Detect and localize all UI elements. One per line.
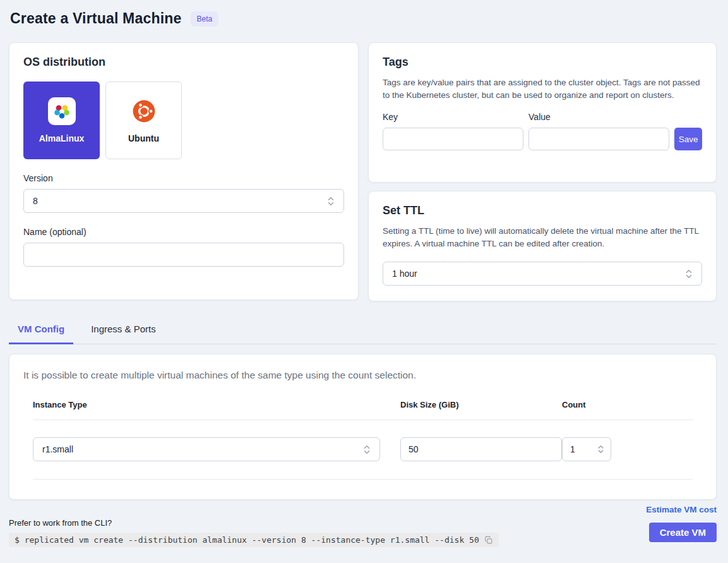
os-options: AlmaLinux Ubuntu [23, 82, 344, 159]
cli-command-text: $ replicated vm create --distribution al… [15, 535, 479, 545]
instance-type-select[interactable]: r1.small [33, 437, 380, 461]
tags-form-row: Key Value Save [383, 112, 702, 150]
copy-icon[interactable] [484, 536, 493, 545]
os-option-label: AlmaLinux [39, 133, 85, 143]
chevron-updown-icon [363, 445, 371, 454]
key-field-group: Key [383, 112, 523, 150]
tabs-bar: VM Config Ingress & Ports [9, 317, 717, 344]
page-header: Create a Virtual Machine Beta [10, 10, 717, 27]
name-input[interactable] [23, 243, 344, 267]
os-distribution-card: OS distribution AlmaLinux [9, 42, 359, 300]
os-option-ubuntu[interactable]: Ubuntu [105, 82, 182, 159]
save-button[interactable]: Save [674, 128, 702, 150]
key-input[interactable] [383, 128, 523, 150]
ubuntu-logo-icon [130, 97, 158, 125]
column-header-disk-size: Disk Size (GiB) [400, 400, 562, 409]
instance-type-value: r1.small [42, 444, 73, 454]
value-label: Value [528, 112, 669, 122]
column-header-count: Count [562, 400, 693, 409]
ttl-select-value: 1 hour [392, 269, 417, 279]
version-select[interactable]: 8 [23, 189, 344, 213]
table-row: r1.small 1 [33, 420, 693, 480]
beta-badge: Beta [191, 11, 219, 27]
vm-config-card: It is possible to create multiple virtua… [9, 354, 717, 500]
tab-ingress-ports[interactable]: Ingress & Ports [82, 317, 165, 344]
cli-block: Prefer to work from the CLI? $ replicate… [9, 518, 499, 547]
os-card-title: OS distribution [23, 56, 344, 69]
tags-card-title: Tags [383, 56, 702, 69]
top-cards: OS distribution AlmaLinux [9, 42, 717, 301]
column-header-instance-type: Instance Type [33, 400, 400, 409]
version-select-value: 8 [33, 196, 38, 206]
set-ttl-card: Set TTL Setting a TTL (time to live) wil… [368, 191, 717, 301]
ttl-description: Setting a TTL (time to live) will automa… [383, 225, 702, 250]
tags-description: Tags are key/value pairs that are assign… [383, 76, 702, 102]
disk-size-input[interactable] [400, 437, 562, 461]
estimate-vm-cost-link[interactable]: Estimate VM cost [646, 505, 717, 514]
almalinux-logo-icon [48, 97, 76, 125]
footer-actions: Estimate VM cost Create VM [646, 505, 717, 542]
ttl-select[interactable]: 1 hour [383, 262, 702, 286]
chevron-updown-icon [685, 269, 693, 279]
os-option-label: Ubuntu [128, 133, 159, 143]
tab-vm-config[interactable]: VM Config [9, 317, 73, 344]
ttl-card-title: Set TTL [383, 204, 702, 217]
page-title: Create a Virtual Machine [10, 10, 182, 27]
chevron-updown-icon [597, 445, 604, 454]
version-label: Version [23, 173, 344, 183]
name-label: Name (optional) [23, 227, 344, 237]
create-vm-page: Create a Virtual Machine Beta OS distrib… [0, 0, 728, 547]
value-field-group: Value [528, 112, 669, 150]
tags-card: Tags Tags are key/value pairs that are a… [368, 42, 717, 183]
cli-prompt: Prefer to work from the CLI? [9, 518, 499, 528]
page-footer: Prefer to work from the CLI? $ replicate… [9, 505, 717, 547]
key-label: Key [383, 112, 523, 122]
count-stepper[interactable]: 1 [562, 437, 611, 461]
os-option-almalinux[interactable]: AlmaLinux [23, 82, 100, 159]
count-value: 1 [570, 444, 575, 454]
right-column: Tags Tags are key/value pairs that are a… [368, 42, 717, 301]
chevron-updown-icon [327, 197, 335, 206]
vm-config-note: It is possible to create multiple virtua… [23, 370, 702, 381]
value-input[interactable] [528, 128, 669, 150]
create-vm-button[interactable]: Create VM [649, 523, 717, 542]
vm-config-table: Instance Type Disk Size (GiB) Count r1.s… [23, 400, 702, 480]
cli-command: $ replicated vm create --distribution al… [9, 533, 499, 547]
table-header-row: Instance Type Disk Size (GiB) Count [33, 400, 693, 420]
